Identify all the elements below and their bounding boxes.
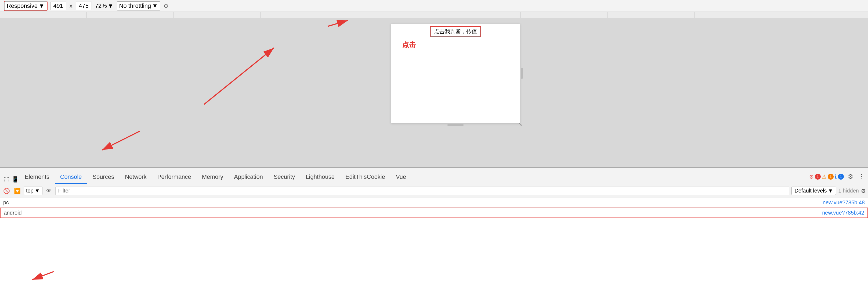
page-action-button[interactable]: 点击我判断，传值: [431, 27, 480, 36]
page-click-text: 点击: [402, 40, 416, 50]
console-toolbar: 🚫 🔽 top ▼ 👁 Default levels ▼ 1 hidden ⚙: [0, 184, 868, 198]
context-chevron-icon: ▼: [35, 188, 40, 194]
resize-handle-vertical[interactable]: [521, 68, 523, 79]
throttle-label: No throttling: [119, 2, 151, 9]
issues-error-icon: ⊗: [809, 173, 814, 180]
width-input[interactable]: [50, 2, 66, 10]
responsive-chevron-icon: ▼: [39, 2, 44, 9]
console-row-pc-link[interactable]: new.vue?785b:48: [823, 200, 865, 206]
svg-line-1: [204, 48, 274, 104]
more-options-icon[interactable]: ⋮: [857, 172, 866, 181]
svg-line-2: [102, 131, 140, 150]
tabs-right: ⊗ 1 ⚠ 1 ℹ 1 ⚙ ⋮: [809, 172, 866, 183]
throttle-chevron-icon: ▼: [152, 2, 158, 9]
svg-line-3: [328, 21, 348, 26]
tab-lighthouse[interactable]: Lighthouse: [300, 171, 340, 183]
clear-console-icon[interactable]: 🚫: [2, 187, 11, 195]
page-content: 点击我判断，传值 点击 ⤡: [0, 18, 868, 167]
zoom-chevron-icon: ▼: [108, 2, 114, 9]
eye-icon[interactable]: 👁: [44, 187, 53, 195]
filter-toggle-icon[interactable]: 🔽: [13, 187, 22, 195]
responsive-label: Responsive: [7, 2, 38, 9]
tab-vue[interactable]: Vue: [391, 171, 411, 183]
ruler-segment: [694, 12, 781, 18]
issues-info-icon: ℹ: [835, 173, 837, 180]
tab-network[interactable]: Network: [120, 171, 152, 183]
page-frame: 点击我判断，传值 点击 ⤡: [391, 24, 520, 123]
filter-input[interactable]: [55, 187, 789, 195]
inspect-element-icon[interactable]: ⬚: [2, 175, 11, 183]
devtools-toolbar: Responsive ▼ x 72% ▼ No throttling ▼ ⊙: [0, 0, 868, 12]
console-settings-icon[interactable]: ⚙: [861, 188, 866, 194]
default-levels-chevron-icon: ▼: [828, 188, 833, 194]
default-levels-label: Default levels: [795, 188, 827, 194]
context-label: top: [26, 188, 34, 194]
issues-warning-icon: ⚠: [822, 173, 827, 180]
devtools-tabs: ⬚ 📱 Elements Console Sources Network Per…: [0, 168, 868, 184]
default-levels-button[interactable]: Default levels ▼: [792, 187, 836, 195]
ruler-segment: [347, 12, 434, 18]
tab-memory[interactable]: Memory: [196, 171, 228, 183]
tabs-left: ⬚ 📱 Elements Console Sources Network Per…: [2, 171, 411, 183]
console-row-pc: pc new.vue?785b:48: [0, 198, 868, 207]
console-output: pc new.vue?785b:48 android new.vue?785b:…: [0, 198, 868, 285]
console-row-android-text: android: [4, 210, 822, 216]
console-row-pc-text: pc: [3, 200, 823, 206]
context-select[interactable]: top ▼: [24, 187, 42, 195]
ruler-segment: [521, 12, 608, 18]
browser-viewport: Responsive ▼ x 72% ▼ No throttling ▼ ⊙ 点…: [0, 0, 868, 167]
height-input[interactable]: [76, 2, 92, 10]
console-row-android-link[interactable]: new.vue?785b:42: [822, 210, 864, 216]
ruler-segment: [0, 12, 87, 18]
issues-badge[interactable]: ⊗ 1 ⚠ 1 ℹ 1: [809, 173, 844, 180]
tab-elements[interactable]: Elements: [19, 171, 55, 183]
responsive-dropdown[interactable]: Responsive ▼: [4, 1, 47, 10]
tab-security[interactable]: Security: [268, 171, 300, 183]
hidden-badge: 1 hidden: [838, 188, 859, 194]
tab-console[interactable]: Console: [55, 171, 87, 183]
zoom-dropdown[interactable]: 72% ▼: [95, 2, 114, 9]
tab-application[interactable]: Application: [228, 171, 268, 183]
settings-icon[interactable]: ⚙: [846, 172, 855, 181]
ruler-segment: [174, 12, 260, 18]
zoom-label: 72%: [95, 2, 107, 9]
ruler-segment: [87, 12, 174, 18]
device-toolbar-icon[interactable]: 📱: [11, 175, 19, 183]
tab-editthiscookie[interactable]: EditThisCookie: [340, 171, 391, 183]
issues-blue-count: 1: [838, 174, 844, 180]
resize-corner-icon[interactable]: ⤡: [519, 122, 523, 126]
devtools-panel: ⬚ 📱 Elements Console Sources Network Per…: [0, 167, 868, 285]
issues-red-count: 1: [815, 174, 821, 180]
ruler-segment: [260, 12, 347, 18]
resize-handle-horizontal[interactable]: [447, 124, 464, 126]
tab-performance[interactable]: Performance: [152, 171, 196, 183]
tab-sources[interactable]: Sources: [87, 171, 120, 183]
ruler-row: [0, 12, 868, 18]
ruler-segment: [434, 12, 521, 18]
dimension-x-separator: x: [69, 2, 72, 9]
ruler-segment: [608, 12, 694, 18]
rotate-icon[interactable]: ⊙: [163, 2, 168, 9]
console-row-android: android new.vue?785b:42: [0, 207, 868, 218]
issues-orange-count: 1: [828, 174, 834, 180]
ruler-segment: [781, 12, 868, 18]
throttle-dropdown[interactable]: No throttling ▼: [117, 1, 160, 10]
